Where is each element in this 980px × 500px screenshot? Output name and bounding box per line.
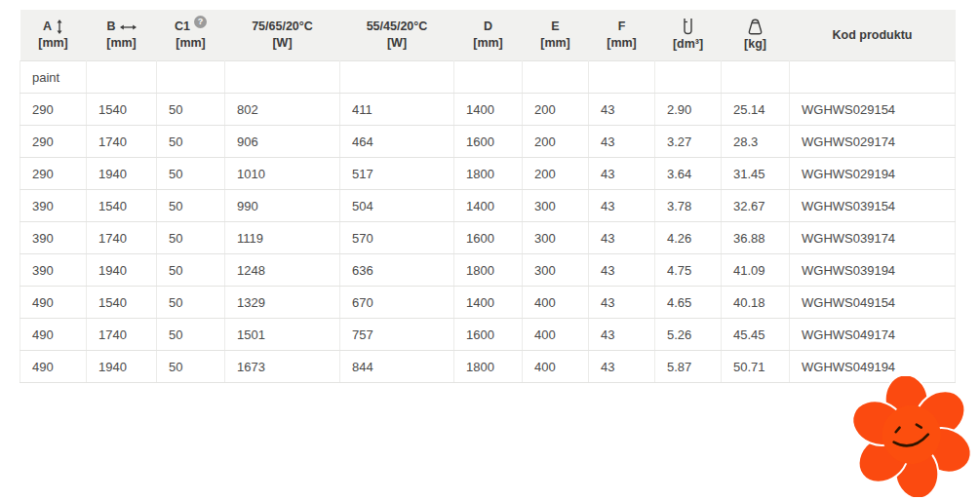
table-row: 39019405012486361800300434.7541.09WGHWS0… bbox=[20, 254, 956, 287]
table-cell: 844 bbox=[340, 351, 454, 383]
table-cell: 1600 bbox=[454, 319, 523, 351]
table-cell: 50 bbox=[157, 287, 225, 319]
col-header-55-45-20: 55/45/20°C [W] bbox=[340, 10, 454, 61]
table-cell: WGHWS049154 bbox=[790, 287, 956, 319]
table-cell: 570 bbox=[340, 222, 454, 254]
table-cell: 1400 bbox=[454, 94, 523, 126]
table-cell: 5.26 bbox=[655, 319, 722, 351]
table-cell: 290 bbox=[20, 158, 87, 190]
table-cell: 43 bbox=[589, 254, 655, 287]
table-cell: 43 bbox=[589, 158, 655, 190]
table-cell: 50 bbox=[157, 126, 225, 158]
col-header-75-65-20: 75/65/20°C [W] bbox=[225, 10, 340, 61]
volume-container-icon bbox=[681, 18, 695, 36]
table-cell: WGHWS029154 bbox=[790, 94, 956, 126]
col-label: C1 bbox=[175, 19, 190, 35]
table-cell: 50 bbox=[157, 254, 225, 287]
table-cell bbox=[589, 61, 655, 94]
table-cell: 490 bbox=[20, 319, 87, 351]
table-cell: 290 bbox=[20, 94, 87, 126]
table-cell: 4.26 bbox=[655, 222, 722, 254]
table-cell: 906 bbox=[225, 126, 340, 158]
table-cell: 43 bbox=[589, 126, 655, 158]
table-cell: WGHWS029194 bbox=[790, 158, 956, 190]
table-cell: 200 bbox=[523, 94, 589, 126]
table-cell: 40.18 bbox=[722, 287, 790, 319]
table-cell: WGHWS029174 bbox=[790, 126, 956, 158]
horizontal-double-arrow-icon bbox=[120, 23, 137, 31]
table-cell: 28.3 bbox=[722, 126, 790, 158]
table-cell: 43 bbox=[589, 351, 655, 383]
col-label: E bbox=[551, 19, 559, 35]
table-header: A [mm] B bbox=[20, 10, 956, 61]
table-cell: 50.71 bbox=[722, 351, 790, 383]
col-header-volume: [dm³] bbox=[655, 10, 722, 61]
table-cell: 757 bbox=[340, 319, 454, 351]
table-cell: 1600 bbox=[454, 126, 523, 158]
col-unit: [mm] bbox=[91, 35, 153, 52]
table-cell: 1800 bbox=[454, 351, 523, 383]
table-cell: 4.65 bbox=[655, 287, 722, 319]
table-cell: 1740 bbox=[87, 222, 157, 254]
table-cell: 1540 bbox=[87, 190, 157, 222]
table-cell: 36.88 bbox=[722, 222, 790, 254]
col-unit: [kg] bbox=[725, 36, 786, 53]
weight-icon bbox=[746, 18, 764, 36]
table-cell: 300 bbox=[523, 254, 589, 287]
table-cell: WGHWS039174 bbox=[790, 222, 956, 254]
product-spec-table: A [mm] B bbox=[20, 10, 956, 383]
col-header-d: D [mm] bbox=[454, 10, 523, 61]
table-cell bbox=[454, 61, 523, 94]
table-cell: 200 bbox=[523, 158, 589, 190]
table-cell: 3.64 bbox=[655, 158, 722, 190]
table-cell: 25.14 bbox=[722, 94, 790, 126]
table-cell: 2.90 bbox=[655, 94, 722, 126]
table-cell: 1400 bbox=[454, 287, 523, 319]
col-label: Kod produktu bbox=[833, 27, 913, 44]
table-cell: 3.78 bbox=[655, 190, 722, 222]
table-cell: 32.67 bbox=[722, 190, 790, 222]
vertical-double-arrow-icon bbox=[56, 19, 63, 34]
table-cell: 300 bbox=[523, 222, 589, 254]
table-cell: 390 bbox=[20, 254, 87, 287]
col-header-b: B [mm] bbox=[87, 10, 157, 61]
table-cell: 411 bbox=[340, 94, 454, 126]
table-cell: 990 bbox=[225, 190, 340, 222]
table-cell: 3.27 bbox=[655, 126, 722, 158]
table-cell bbox=[722, 61, 790, 94]
table-cell: 1540 bbox=[87, 94, 157, 126]
col-header-c1: C1 ? [mm] bbox=[157, 10, 225, 61]
col-header-f: F [mm] bbox=[589, 10, 655, 61]
col-label: B bbox=[106, 19, 115, 35]
table-cell: 1740 bbox=[87, 319, 157, 351]
table-cell: WGHWS039194 bbox=[790, 254, 956, 287]
col-label: F bbox=[618, 19, 626, 35]
table-cell: paint bbox=[20, 61, 87, 94]
col-unit: [W] bbox=[344, 35, 451, 52]
table-cell: 200 bbox=[523, 126, 589, 158]
table-row: paint bbox=[20, 61, 956, 94]
table-cell: 4.75 bbox=[655, 254, 722, 287]
table-row: 29019405010105171800200433.6431.45WGHWS0… bbox=[20, 158, 956, 190]
table-cell: 1940 bbox=[87, 158, 157, 190]
table-cell: 43 bbox=[589, 222, 655, 254]
table-cell bbox=[790, 61, 956, 94]
table-cell: 50 bbox=[157, 222, 225, 254]
table-row: 49015405013296701400400434.6540.18WGHWS0… bbox=[20, 287, 956, 319]
smiley-flower-graphic bbox=[844, 376, 979, 497]
table-cell: WGHWS049174 bbox=[790, 319, 956, 351]
col-unit: [mm] bbox=[527, 35, 585, 52]
table-cell: 43 bbox=[589, 190, 655, 222]
table-cell: 1248 bbox=[225, 254, 340, 287]
table-cell: 1800 bbox=[454, 158, 523, 190]
table-cell: 41.09 bbox=[722, 254, 790, 287]
table-cell: 50 bbox=[157, 158, 225, 190]
help-tooltip-icon[interactable]: ? bbox=[194, 16, 207, 28]
table-cell: 400 bbox=[523, 319, 589, 351]
table-cell: 1940 bbox=[87, 254, 157, 287]
table-cell: 1673 bbox=[225, 351, 340, 383]
col-header-e: E [mm] bbox=[523, 10, 589, 61]
header-row: A [mm] B bbox=[20, 10, 956, 61]
table-cell: 802 bbox=[225, 94, 340, 126]
col-unit: [mm] bbox=[161, 35, 221, 52]
